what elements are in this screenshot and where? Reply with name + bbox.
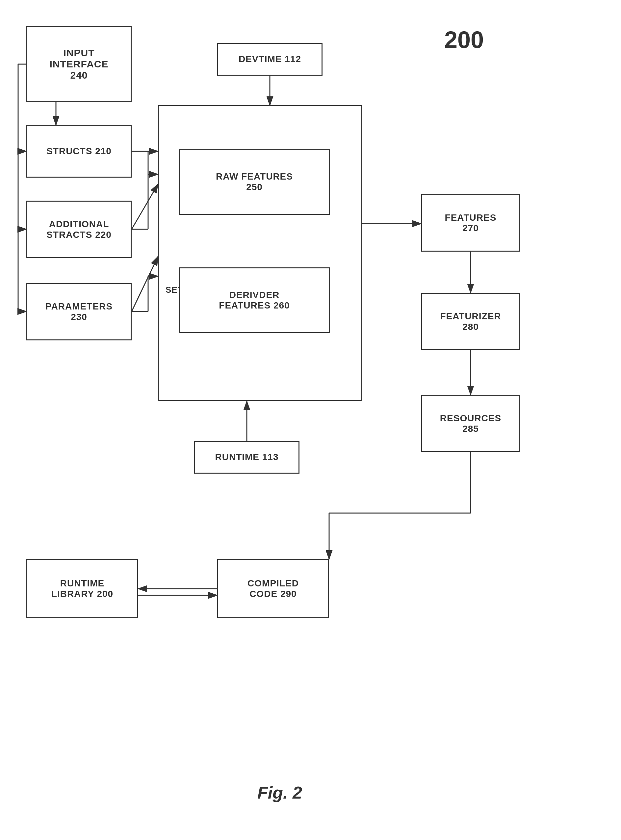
- parameters-label: PARAMETERS230: [45, 301, 112, 322]
- resources-label: RESOURCES285: [440, 413, 501, 434]
- input-interface-label: INPUTINTERFACE240: [49, 47, 108, 81]
- runtime-label: RUNTIME 113: [215, 452, 279, 462]
- features-label: FEATURES270: [445, 213, 497, 234]
- figure-caption: Fig. 2: [197, 783, 362, 802]
- devtime-label: DEVTIME 112: [239, 54, 301, 65]
- featurizer-box: FEATURIZER280: [421, 293, 520, 350]
- derived-features-box: DERIVDERFEATURES 260: [179, 267, 330, 333]
- devtime-box: DEVTIME 112: [217, 43, 323, 76]
- compiled-code-box: COMPILEDCODE 290: [217, 559, 329, 618]
- structs-label: STRUCTS 210: [46, 146, 112, 157]
- svg-line-6: [132, 257, 158, 311]
- runtime-library-label: RUNTIMELIBRARY 200: [51, 578, 113, 599]
- settings-box: SETTINGS 107 RAW FEATURES250 DERIVDERFEA…: [158, 105, 362, 401]
- structs-box: STRUCTS 210: [26, 125, 132, 178]
- runtime-box: RUNTIME 113: [194, 441, 300, 474]
- svg-line-5: [132, 184, 158, 229]
- raw-features-label: RAW FEATURES250: [216, 171, 293, 192]
- additional-stracts-box: ADDITIONALSTRACTS 220: [26, 201, 132, 258]
- input-interface-box: INPUTINTERFACE240: [26, 26, 132, 102]
- derived-features-label: DERIVDERFEATURES 260: [219, 290, 289, 311]
- featurizer-label: FEATURIZER280: [440, 311, 501, 332]
- compiled-code-label: COMPILEDCODE 290: [247, 578, 299, 599]
- diagram-container: 200 INPUTINTERFACE240 DEVTIME 112 STRUCT…: [0, 0, 621, 840]
- runtime-library-box: RUNTIMELIBRARY 200: [26, 559, 138, 618]
- features-box: FEATURES270: [421, 194, 520, 252]
- diagram-number: 200: [444, 26, 484, 53]
- resources-box: RESOURCES285: [421, 395, 520, 452]
- parameters-box: PARAMETERS230: [26, 283, 132, 340]
- raw-features-box: RAW FEATURES250: [179, 149, 330, 215]
- additional-stracts-label: ADDITIONALSTRACTS 220: [46, 219, 112, 240]
